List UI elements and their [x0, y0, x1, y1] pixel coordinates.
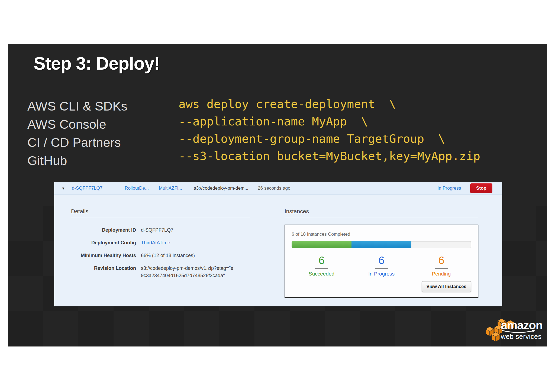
- detail-label: Deployment ID: [71, 226, 136, 234]
- multiaz-link[interactable]: MultiAZFl...: [159, 186, 182, 191]
- stat-divider: [375, 268, 388, 269]
- page: Step 3: Deploy! AWS CLI & SDKs AWS Conso…: [0, 0, 555, 392]
- deployment-config-link[interactable]: ThirdAtATime: [141, 239, 250, 247]
- stat-divider: [435, 268, 448, 269]
- pending-count: 6: [411, 255, 471, 266]
- instances-rule: [285, 217, 478, 217]
- progress-inprogress-segment: [351, 241, 411, 248]
- expand-caret-icon[interactable]: ▼: [62, 186, 65, 190]
- view-all-instances-button[interactable]: View All Instances: [422, 281, 471, 292]
- list-item-console: AWS Console: [27, 115, 127, 133]
- stop-button[interactable]: Stop: [470, 183, 492, 193]
- list-item-github: GitHub: [27, 151, 127, 170]
- rollout-link[interactable]: RolloutDe...: [125, 186, 149, 191]
- slide-title: Step 3: Deploy!: [34, 53, 160, 74]
- pending-label: Pending: [411, 271, 471, 277]
- code-line: --s3-location bucket=MyBucket,key=MyApp.…: [179, 147, 480, 165]
- stat-succeeded: 6 Succeeded: [292, 255, 351, 277]
- in-progress-count: 6: [351, 255, 411, 266]
- instances-summary-box: 6 of 18 Instances Completed 6 Succeeded …: [285, 225, 478, 298]
- succeeded-count: 6: [292, 255, 351, 266]
- instances-completed-text: 6 of 18 Instances Completed: [292, 232, 471, 237]
- detail-label: Revision Location: [71, 265, 136, 279]
- slide-canvas: Step 3: Deploy! AWS CLI & SDKs AWS Conso…: [8, 44, 547, 346]
- revision-location-line2: 9c3a2347404d1625d7d748526f3cada": [141, 273, 225, 278]
- min-healthy-hosts-value: 66% (12 of 18 instances): [141, 252, 250, 259]
- s3-revision-path: s3://codedeploy-pm-dem...: [194, 186, 248, 191]
- progress-succeeded-segment: [292, 241, 351, 248]
- web-services-wordmark: web services: [501, 333, 543, 341]
- deployment-id-value: d-SQFPF7LQ7: [141, 226, 250, 234]
- instances-section: Instances 6 of 18 Instances Completed 6 …: [285, 208, 478, 298]
- details-section: Details Deployment ID d-SQFPF7LQ7 Deploy…: [71, 208, 250, 279]
- code-line: --application-name MyApp \: [179, 113, 480, 130]
- aws-logo: amazon web services: [483, 319, 547, 346]
- instances-button-row: View All Instances: [292, 281, 471, 292]
- stat-divider: [315, 268, 328, 269]
- time-ago-label: 26 seconds ago: [258, 186, 290, 191]
- deployment-row-toolbar: ▼ d-SQFPF7LQ7 RolloutDe... MultiAZFl... …: [54, 182, 502, 195]
- aws-logo-text: amazon web services: [501, 320, 543, 341]
- in-progress-label: In Progress: [351, 271, 411, 277]
- details-heading: Details: [71, 208, 250, 215]
- code-line: aws deploy create-deployment \: [179, 95, 480, 113]
- detail-label: Deployment Config: [71, 239, 136, 247]
- list-item-cli-sdks: AWS CLI & SDKs: [27, 97, 127, 115]
- list-item-cicd-partners: CI / CD Partners: [27, 133, 127, 151]
- code-line: --deployment-group-name TargetGroup \: [179, 130, 480, 147]
- deployment-id-link[interactable]: d-SQFPF7LQ7: [72, 186, 102, 191]
- deployment-progress-bar: [292, 241, 471, 248]
- succeeded-label: Succeeded: [292, 271, 351, 277]
- deploy-methods-list: AWS CLI & SDKs AWS Console CI / CD Partn…: [27, 97, 127, 170]
- instances-heading: Instances: [285, 208, 478, 215]
- revision-location-value: s3://codedeploy-pm-demos/v1.zip?etag="e9…: [141, 265, 250, 279]
- amazon-wordmark: amazon: [501, 320, 543, 331]
- cli-code-snippet: aws deploy create-deployment \ --applica…: [179, 95, 480, 165]
- stat-pending: 6 Pending: [411, 255, 471, 277]
- detail-label: Minimum Healthy Hosts: [71, 252, 136, 259]
- instance-stats-row: 6 Succeeded 6 In Progress 6 Pendi: [292, 255, 471, 277]
- details-rule: [71, 217, 250, 217]
- stat-in-progress: 6 In Progress: [351, 255, 411, 277]
- details-rows: Deployment ID d-SQFPF7LQ7 Deployment Con…: [71, 226, 250, 279]
- revision-location-line1: s3://codedeploy-pm-demos/v1.zip?etag="e: [141, 265, 233, 271]
- codedeploy-console-screenshot: ▼ d-SQFPF7LQ7 RolloutDe... MultiAZFl... …: [54, 182, 502, 306]
- status-badge: In Progress: [437, 186, 461, 191]
